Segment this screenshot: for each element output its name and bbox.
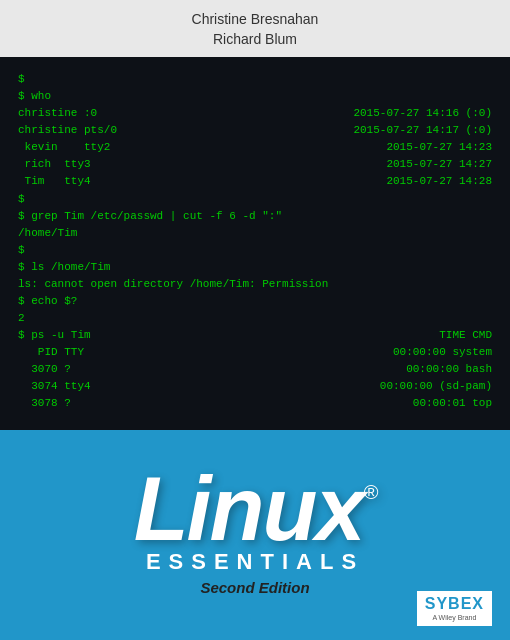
terminal-line-13: ls: cannot open directory /home/Tim: Per… — [18, 276, 492, 293]
terminal-line-16: $ ps -u TimTIME CMD — [18, 327, 492, 344]
registered-symbol: ® — [364, 481, 377, 503]
terminal-line-8: $ — [18, 191, 492, 208]
author-section: Christine Bresnahan Richard Blum — [0, 0, 510, 57]
bottom-section: Linux® ESSENTIALS Second Edition SYBEX A… — [0, 430, 510, 640]
terminal-line-4: christine pts/02015-07-27 14:17 (:0) — [18, 122, 492, 139]
book-title: Linux® — [134, 464, 377, 554]
sybex-box: SYBEX A Wiley Brand — [417, 591, 492, 626]
terminal-line-18: 3070 ?00:00:00 bash — [18, 361, 492, 378]
terminal-line-6: rich tty32015-07-27 14:27 — [18, 156, 492, 173]
terminal-line-3: christine :02015-07-27 14:16 (:0) — [18, 105, 492, 122]
terminal-line-14: $ echo $? — [18, 293, 492, 310]
terminal-line-17: PID TTY00:00:00 system — [18, 344, 492, 361]
terminal-line-15: 2 — [18, 310, 492, 327]
sybex-brand: SYBEX — [425, 595, 484, 613]
author-line2: Richard Blum — [20, 30, 490, 50]
terminal-line-2: $ who — [18, 88, 492, 105]
sybex-sub: A Wiley Brand — [432, 613, 476, 622]
sybex-logo: SYBEX A Wiley Brand — [417, 591, 492, 626]
terminal-line-1: $ — [18, 71, 492, 88]
terminal-line-12: $ ls /home/Tim — [18, 259, 492, 276]
terminal-line-5: kevin tty22015-07-27 14:23 — [18, 139, 492, 156]
book-cover: Christine Bresnahan Richard Blum $ $ who… — [0, 0, 510, 640]
terminal-line-10: /home/Tim — [18, 225, 492, 242]
author-line1: Christine Bresnahan — [20, 10, 490, 30]
terminal-line-9: $ grep Tim /etc/passwd | cut -f 6 -d ":" — [18, 208, 492, 225]
terminal-line-20: 3078 ?00:00:01 top — [18, 395, 492, 412]
terminal-line-7: Tim tty42015-07-27 14:28 — [18, 173, 492, 190]
edition-text: Second Edition — [200, 579, 309, 596]
terminal-section: $ $ who christine :02015-07-27 14:16 (:0… — [0, 57, 510, 430]
terminal-line-19: 3074 tty400:00:00 (sd-pam) — [18, 378, 492, 395]
terminal-line-11: $ — [18, 242, 492, 259]
